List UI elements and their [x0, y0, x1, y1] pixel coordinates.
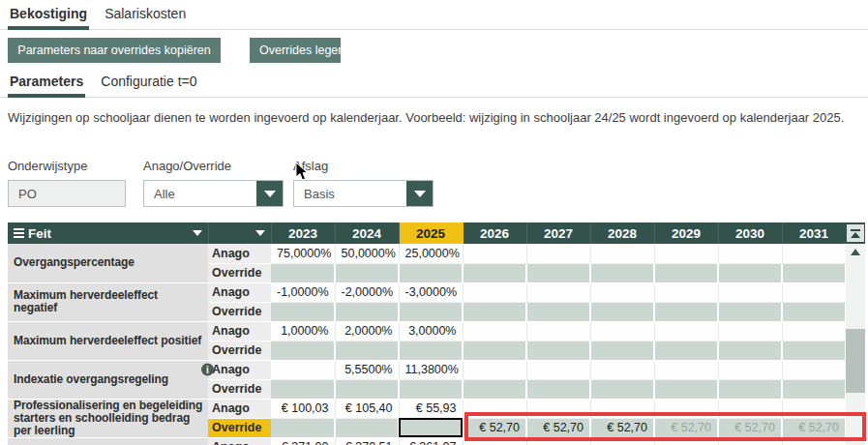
cell[interactable]: 11,3800%	[399, 360, 463, 379]
cell[interactable]	[399, 302, 463, 321]
cell[interactable]	[782, 244, 846, 263]
year-header-2027[interactable]: 2027	[526, 222, 590, 244]
cell[interactable]	[526, 379, 590, 399]
cell[interactable]	[526, 437, 590, 445]
cell[interactable]	[335, 418, 399, 437]
cell[interactable]	[526, 244, 590, 263]
cell[interactable]: € 105,40	[335, 399, 399, 418]
chevron-down-icon[interactable]	[193, 230, 202, 236]
cell[interactable]	[782, 263, 846, 282]
cell[interactable]	[463, 399, 526, 418]
cell[interactable]	[782, 341, 846, 360]
year-header-2028[interactable]: 2028	[590, 222, 654, 244]
year-header-2024[interactable]: 2024	[335, 222, 399, 244]
cell[interactable]	[718, 437, 782, 445]
anago-override-select[interactable]: Alle	[143, 180, 284, 207]
cell[interactable]	[526, 341, 590, 360]
cell[interactable]	[590, 360, 654, 379]
cell[interactable]	[654, 302, 718, 321]
cell[interactable]: -3,0000%	[399, 282, 463, 302]
cell[interactable]	[463, 263, 526, 282]
cell[interactable]: € 100,03	[271, 399, 335, 418]
cell[interactable]	[654, 321, 718, 341]
cell[interactable]: € 361,07	[399, 437, 463, 445]
cell[interactable]	[335, 341, 399, 360]
copy-parameters-to-overrides-button[interactable]: Parameters naar overrides kopiëren	[8, 38, 221, 63]
cell[interactable]	[463, 302, 526, 321]
cell[interactable]	[654, 244, 718, 263]
cell[interactable]: € 52,70	[463, 418, 526, 437]
cell[interactable]	[335, 263, 399, 282]
cell[interactable]	[526, 263, 590, 282]
cell[interactable]	[526, 399, 590, 418]
afslag-select[interactable]: Basis	[293, 180, 434, 207]
cell[interactable]	[782, 437, 846, 445]
cell[interactable]	[782, 302, 846, 321]
cell[interactable]	[654, 341, 718, 360]
cell[interactable]	[271, 263, 335, 282]
cell[interactable]	[399, 263, 463, 282]
cell[interactable]	[463, 244, 526, 263]
cell[interactable]	[718, 360, 782, 379]
menu-icon[interactable]	[14, 228, 24, 238]
cell[interactable]	[526, 321, 590, 341]
cell[interactable]: 75,0000%	[271, 244, 335, 263]
tab-configuratie-t0[interactable]: Configuratie t=0	[99, 74, 198, 98]
tab-bekostiging[interactable]: Bekostiging	[8, 6, 89, 30]
cell[interactable]	[271, 379, 335, 399]
cell[interactable]: 2,0000%	[335, 321, 399, 341]
cell[interactable]	[463, 437, 526, 445]
scroll-to-top-button[interactable]	[847, 224, 864, 242]
scrollbar-track[interactable]	[846, 259, 865, 445]
cell[interactable]: -2,0000%	[335, 282, 399, 302]
cell[interactable]	[654, 437, 718, 445]
tab-salariskosten[interactable]: Salariskosten	[103, 6, 188, 30]
cell[interactable]	[718, 341, 782, 360]
cell[interactable]	[590, 341, 654, 360]
cell[interactable]: € 52,70	[526, 418, 590, 437]
cell[interactable]	[718, 379, 782, 399]
year-header-2030[interactable]: 2030	[718, 222, 782, 244]
cell[interactable]	[590, 399, 654, 418]
cell-focused-2025[interactable]	[399, 418, 463, 437]
scroll-up-button[interactable]	[846, 244, 865, 259]
year-header-2029[interactable]: 2029	[654, 222, 718, 244]
cell[interactable]	[271, 418, 335, 437]
cell[interactable]	[399, 341, 463, 360]
cell[interactable]	[463, 360, 526, 379]
cell[interactable]	[718, 321, 782, 341]
vertical-scrollbar[interactable]	[846, 222, 865, 445]
cell[interactable]	[654, 379, 718, 399]
cell[interactable]: € 371,00	[271, 437, 335, 445]
cell[interactable]	[718, 399, 782, 418]
cell[interactable]	[526, 282, 590, 302]
cell[interactable]	[335, 302, 399, 321]
cell[interactable]	[654, 399, 718, 418]
cell[interactable]	[654, 282, 718, 302]
cell[interactable]	[271, 302, 335, 321]
scrollbar-thumb[interactable]	[846, 329, 865, 393]
cell[interactable]	[782, 379, 846, 399]
cell[interactable]: 1,0000%	[271, 321, 335, 341]
cell[interactable]: € 52,70	[782, 418, 846, 437]
cell[interactable]	[718, 244, 782, 263]
cell[interactable]: 50,0000%	[335, 244, 399, 263]
cell[interactable]	[782, 282, 846, 302]
cell[interactable]: -1,0000%	[271, 282, 335, 302]
cell[interactable]: € 370,51	[335, 437, 399, 445]
cell[interactable]	[590, 379, 654, 399]
clear-overrides-button[interactable]: Overrides legen	[250, 38, 341, 63]
cell[interactable]	[782, 360, 846, 379]
cell[interactable]	[654, 263, 718, 282]
cell[interactable]	[782, 321, 846, 341]
cell[interactable]	[463, 321, 526, 341]
cell[interactable]	[718, 263, 782, 282]
cell[interactable]: 25,0000%	[399, 244, 463, 263]
row-type-column-header[interactable]	[208, 222, 271, 244]
cell[interactable]: 5,5500%	[335, 360, 399, 379]
cell[interactable]: € 52,70	[590, 418, 654, 437]
cell[interactable]	[590, 244, 654, 263]
chevron-down-icon[interactable]	[255, 230, 265, 236]
year-header-2025-highlighted[interactable]: 2025	[399, 222, 463, 244]
cell[interactable]: € 55,93	[399, 399, 463, 418]
